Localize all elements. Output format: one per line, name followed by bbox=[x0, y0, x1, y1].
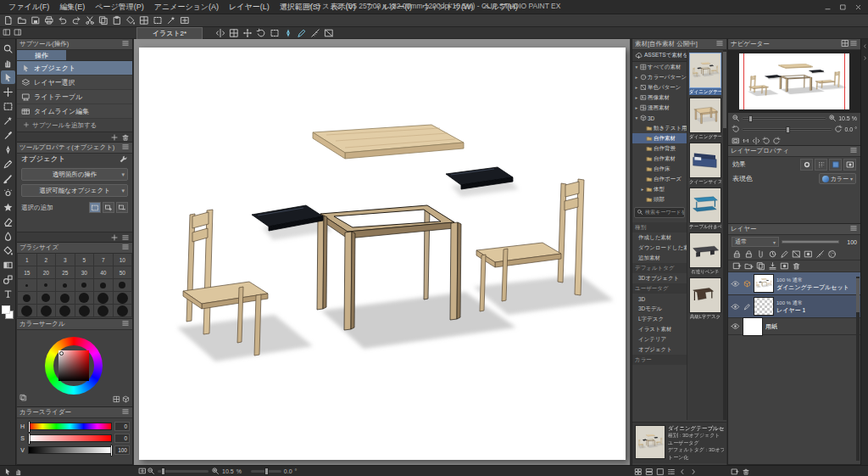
minimize-icon[interactable] bbox=[824, 3, 832, 11]
brush-size-50[interactable]: 50 bbox=[114, 266, 133, 279]
panel-right-icon[interactable] bbox=[14, 28, 22, 36]
material-filter-10[interactable]: イラスト素材 bbox=[632, 324, 687, 334]
brush-size-dot[interactable] bbox=[94, 292, 114, 305]
material-thumbnail-4[interactable]: 石造りベンチ bbox=[689, 232, 721, 275]
marquee-icon[interactable] bbox=[270, 28, 280, 38]
zoom-out-icon[interactable] bbox=[732, 114, 740, 122]
tone-button[interactable] bbox=[815, 159, 827, 171]
fill-icon[interactable] bbox=[125, 15, 136, 26]
brush-size-2[interactable]: 2 bbox=[37, 254, 57, 266]
brush-size-dot[interactable] bbox=[37, 292, 57, 305]
brush-size-dot[interactable] bbox=[56, 279, 75, 292]
mask-button[interactable] bbox=[843, 159, 856, 171]
brush-size-dot[interactable] bbox=[56, 305, 75, 317]
tool-marquee[interactable] bbox=[1, 99, 15, 113]
plus-icon[interactable] bbox=[110, 233, 119, 242]
select-remove-button[interactable] bbox=[116, 202, 128, 213]
subtool-item-0[interactable]: オブジェクト bbox=[17, 61, 132, 76]
menu-icon[interactable] bbox=[121, 243, 130, 251]
wrench-icon[interactable] bbox=[119, 154, 128, 164]
flip-icon[interactable] bbox=[752, 137, 760, 145]
clip-icon[interactable] bbox=[755, 249, 765, 260]
menu-item-3[interactable]: アニメーション(A) bbox=[149, 2, 224, 13]
rotate-ccw-icon[interactable] bbox=[762, 137, 771, 145]
scissors-icon[interactable] bbox=[84, 15, 95, 26]
new-layer-icon[interactable] bbox=[731, 468, 739, 476]
material-tree-item-5[interactable]: ▾3D bbox=[632, 113, 687, 123]
menu-item-0[interactable]: ファイル(F) bbox=[3, 2, 54, 13]
material-thumbnail-3[interactable]: テーブル付きベンチ bbox=[689, 188, 721, 230]
draft-icon[interactable] bbox=[779, 249, 789, 260]
ref-icon[interactable] bbox=[767, 249, 777, 260]
brush-size-dot[interactable] bbox=[94, 279, 114, 292]
h-slider[interactable] bbox=[28, 423, 112, 430]
tool-pen[interactable] bbox=[1, 143, 15, 156]
subtool-item-2[interactable]: ライトテーブル bbox=[17, 90, 132, 104]
brush-size-dot[interactable] bbox=[114, 279, 133, 292]
redo-icon[interactable] bbox=[70, 15, 81, 26]
material-tree-item-2[interactable]: ▸単色パターン bbox=[632, 82, 687, 92]
add-subtool-row[interactable]: サブツールを追加する bbox=[17, 119, 132, 132]
zoom-in-icon[interactable] bbox=[211, 467, 220, 475]
tool-figure[interactable] bbox=[1, 272, 15, 286]
trash-icon[interactable] bbox=[742, 468, 750, 476]
eye-icon[interactable] bbox=[730, 302, 740, 311]
brush-size-dot[interactable] bbox=[37, 279, 57, 292]
layer-row-1[interactable]: 100 % 通常レイヤー 1 bbox=[728, 295, 860, 318]
brush-size-dot[interactable] bbox=[94, 305, 114, 317]
brush-size-1[interactable]: 1 bbox=[18, 254, 37, 266]
maximize-icon[interactable] bbox=[839, 3, 847, 11]
menu-icon[interactable] bbox=[121, 233, 130, 242]
pager-prev-icon[interactable] bbox=[862, 43, 868, 49]
menu-icon[interactable] bbox=[715, 39, 724, 48]
material-thumbnail-2[interactable]: クイーンサイズベッド bbox=[689, 143, 721, 185]
menu-icon[interactable] bbox=[121, 407, 130, 416]
opacity-slider[interactable] bbox=[782, 240, 839, 244]
v-slider[interactable] bbox=[28, 446, 112, 454]
tool-eraser[interactable] bbox=[1, 215, 15, 228]
grid-icon[interactable] bbox=[113, 395, 120, 403]
zoom-fit-icon[interactable] bbox=[179, 15, 190, 26]
list-icon[interactable] bbox=[667, 468, 676, 476]
palette-icon[interactable] bbox=[826, 249, 837, 260]
status-zoom-slider[interactable] bbox=[158, 470, 209, 473]
tool-wand[interactable] bbox=[1, 114, 15, 127]
lock-icon[interactable] bbox=[743, 249, 754, 260]
tool-brush[interactable] bbox=[1, 171, 15, 185]
navigator-preview[interactable] bbox=[739, 53, 849, 109]
expand-icon[interactable]: ▸ bbox=[640, 187, 645, 192]
material-tree-item-11[interactable]: 自作ポーズ bbox=[632, 174, 687, 184]
menu-icon[interactable] bbox=[121, 143, 130, 151]
brush-size-25[interactable]: 25 bbox=[56, 266, 75, 279]
transparent-area-dropdown[interactable]: 透明箇所の操作▾ bbox=[21, 168, 128, 181]
material-filter-11[interactable]: インテリア bbox=[632, 334, 687, 344]
v-value[interactable]: 100 bbox=[114, 445, 130, 455]
tool-eyedropper[interactable] bbox=[1, 128, 15, 142]
merge-down-icon[interactable] bbox=[767, 261, 777, 272]
sv-square[interactable] bbox=[58, 350, 89, 381]
hand-icon[interactable] bbox=[14, 468, 23, 476]
material-tree-item-9[interactable]: 自作素材 bbox=[632, 154, 687, 164]
open-icon[interactable] bbox=[16, 15, 27, 26]
lock-alpha-icon[interactable] bbox=[732, 249, 742, 260]
search-icon[interactable] bbox=[637, 209, 643, 216]
material-scrollbar[interactable] bbox=[723, 50, 726, 420]
tool-decoration[interactable] bbox=[1, 200, 15, 214]
trash-icon[interactable] bbox=[121, 133, 130, 142]
material-filter-1[interactable]: 作成した素材 bbox=[632, 232, 687, 243]
menu-icon[interactable] bbox=[849, 146, 858, 154]
new-folder-icon[interactable] bbox=[743, 261, 754, 272]
pager-next-icon[interactable] bbox=[689, 468, 698, 476]
move-layer-icon[interactable] bbox=[242, 28, 253, 38]
menu-icon[interactable] bbox=[849, 224, 858, 232]
expand-icon[interactable]: ▾ bbox=[634, 64, 639, 70]
rotate-cw-icon[interactable] bbox=[772, 137, 781, 145]
tool-move-layer[interactable] bbox=[1, 85, 15, 98]
mask-icon[interactable] bbox=[803, 249, 813, 260]
menu-icon[interactable] bbox=[849, 39, 858, 48]
brush-size-10[interactable]: 10 bbox=[114, 254, 133, 266]
paste-icon[interactable] bbox=[111, 15, 122, 26]
layer-row-2[interactable]: 用紙 bbox=[728, 318, 860, 335]
ruler-icon[interactable] bbox=[310, 28, 320, 38]
menu-item-2[interactable]: ページ管理(P) bbox=[90, 2, 148, 13]
